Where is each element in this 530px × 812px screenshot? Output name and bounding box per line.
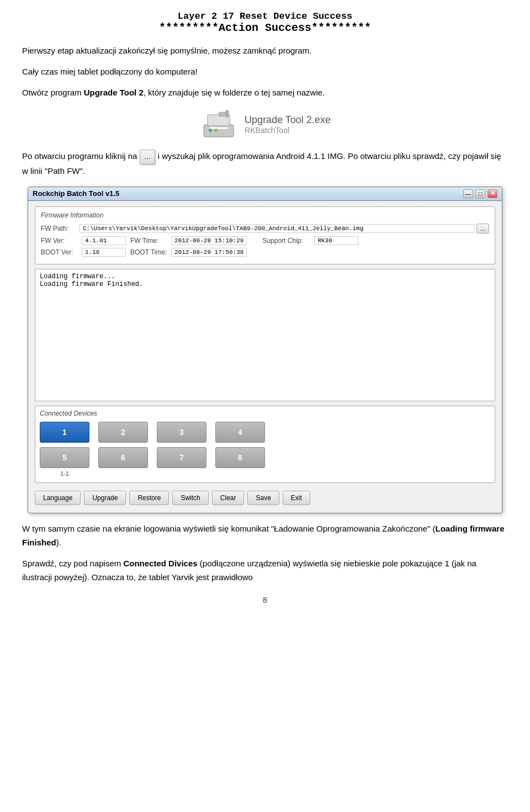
log-line-2: Loading firmware Finished. [40,280,490,288]
paragraph-3-end: , który znajduje się w folderze o tej sa… [144,88,325,97]
minimize-button[interactable]: — [463,189,473,198]
bottom-buttons: Language Upgrade Restore Switch Clear Sa… [35,489,495,507]
svg-rect-6 [226,110,229,117]
fw-ver-group: FW Ver: 4.1.01 [41,236,126,245]
paragraph-3-start: Otwórz program [22,88,84,97]
paragraph-4: Po otwarciu programu kliknij na ... i wy… [22,150,508,178]
device-button-8[interactable]: 8 [215,447,265,468]
paragraph-1-text: Pierwszy etap aktualizacji zakończył się… [22,46,311,55]
fw-ver-value: 4.1.01 [82,236,126,245]
layer-text: Layer 2 17 Reset Device Success [22,11,508,22]
boot-ver-label: BOOT Ver: [41,248,80,256]
fw-path-label: FW Path: [41,225,80,232]
paragraph-1: Pierwszy etap aktualizacji zakończył się… [22,44,508,57]
restore-button[interactable]: □ [475,189,485,198]
upgrade-tool-image: Upgrade Tool 2.exe RKBatchTool [22,109,508,140]
firmware-section-title: Firmware Information [41,211,489,219]
switch-button[interactable]: Switch [172,491,208,505]
fw-browse-button[interactable]: ... [476,224,489,233]
fw-ver-label: FW Ver: [41,237,80,245]
window-buttons: — □ ✕ [463,189,497,198]
fw-time-group: FW Time: 2012-09-28 15:10:29 [130,236,247,245]
rk-title: Rockchip Batch Tool v1.5 [33,189,119,198]
upgrade-button[interactable]: Upgrade [84,491,126,505]
language-button[interactable]: Language [35,491,81,505]
support-chip-label: Support Chip: [262,237,312,245]
action-success-text: *********Action Success********* [22,22,508,34]
paragraph-6: Sprawdź, czy pod napisem Connected Divic… [22,557,508,585]
device-button-6[interactable]: 6 [98,447,148,468]
device-button-1[interactable]: 1 [40,422,89,443]
svg-point-3 [209,129,212,132]
fw-path-value: C:\Users\Yarvik\Desktop\YarvikUpgradeToo… [80,224,474,233]
upgrade-tool-label-block: Upgrade Tool 2.exe RKBatchTool [245,114,331,135]
rk-window: Rockchip Batch Tool v1.5 — □ ✕ Firmware … [28,187,502,513]
connected-devices-label: Connected Devices [40,410,490,417]
paragraph-2-text: Cały czas miej tablet podłączony do komp… [22,67,198,76]
log-area: Loading firmware... Loading firmware Fin… [35,269,495,401]
device-button-5[interactable]: 5 [40,447,89,468]
connected-devices-section: Connected Devices 1 2 3 4 5 6 7 8 1-1 [35,406,495,483]
svg-rect-2 [209,127,228,129]
support-chip-value: RK30 [314,236,358,245]
svg-point-4 [214,129,218,132]
boot-ver-group: BOOT Ver: 1.16 [41,248,126,257]
device-button-3[interactable]: 3 [157,422,206,443]
paragraph-6-start: Sprawdź, czy pod napisem [22,559,123,568]
paragraph-5-end: ). [56,538,61,547]
inline-browse-button: ... [140,150,156,164]
paragraph-3: Otwórz program Upgrade Tool 2, który zna… [22,86,508,99]
device-button-4[interactable]: 4 [215,422,265,443]
rk-body: Firmware Information FW Path: C:\Users\Y… [28,201,502,513]
exit-button[interactable]: Exit [283,491,310,505]
support-chip-area: Support Chip: RK30 [262,236,358,245]
paragraph-2: Cały czas miej tablet podłączony do komp… [22,65,508,78]
upgrade-tool-icon-block: Upgrade Tool 2.exe RKBatchTool [199,109,331,140]
device-grid: 1 2 3 4 5 6 7 8 [40,422,490,468]
fw-path-row: FW Path: C:\Users\Yarvik\Desktop\YarvikU… [41,224,489,233]
exe-name-label: Upgrade Tool 2.exe [245,114,331,126]
fw-time-value: 2012-09-28 15:10:29 [171,236,247,245]
close-button[interactable]: ✕ [487,189,497,198]
device-label-row: 1-1 [40,470,490,477]
device-label-1: 1-1 [40,470,89,477]
paragraph-3-bold: Upgrade Tool 2 [84,88,144,97]
paragraph-6-bold: Connected Divices [123,559,197,568]
rk-titlebar: Rockchip Batch Tool v1.5 — □ ✕ [28,187,502,201]
fw-time-label: FW Time: [130,237,169,245]
paragraph-5: W tym samym czasie na ekranie logowania … [22,522,508,550]
top-header: Layer 2 17 Reset Device Success ********… [22,11,508,34]
device-button-7[interactable]: 7 [157,447,206,468]
paragraph-4-start: Po otwarciu programu kliknij na [22,151,137,161]
clear-button[interactable]: Clear [212,491,245,505]
paragraph-5-start: W tym samym czasie na ekranie logowania … [22,524,435,533]
boot-time-value: 2012-08-29 17:56:38 [171,248,247,257]
firmware-section: Firmware Information FW Path: C:\Users\Y… [35,206,495,264]
svg-rect-0 [204,125,234,137]
save-button[interactable]: Save [247,491,279,505]
restore-button-rk[interactable]: Restore [129,491,169,505]
page-number: 8 [22,596,508,604]
batch-name-label: RKBatchTool [245,126,331,135]
boot-ver-value: 1.16 [82,248,126,257]
boot-time-group: BOOT Time: 2012-08-29 17:56:38 [130,248,247,257]
printer-icon [199,109,238,140]
device-button-2[interactable]: 2 [98,422,148,443]
boot-time-label: BOOT Time: [130,248,169,256]
fw-ver-row: FW Ver: 4.1.01 FW Time: 2012-09-28 15:10… [41,236,489,245]
log-line-1: Loading firmware... [40,273,490,280]
boot-ver-row: BOOT Ver: 1.16 BOOT Time: 2012-08-29 17:… [41,248,489,257]
